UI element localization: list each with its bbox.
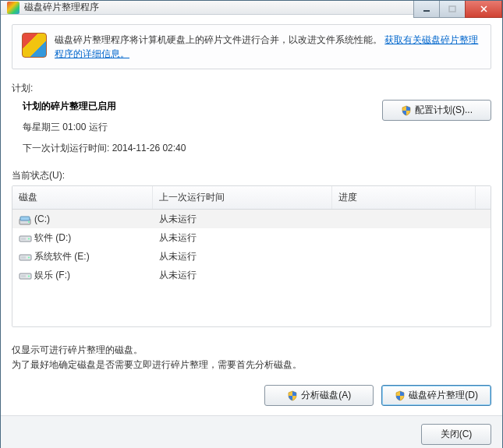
drive-icon — [19, 215, 31, 224]
table-row[interactable]: 娱乐 (F:)从未运行 — [12, 266, 491, 284]
header-disk[interactable]: 磁盘 — [12, 186, 153, 209]
info-text: 磁盘碎片整理程序将计算机硬盘上的碎片文件进行合并，以改进文件系统性能。 获取有关… — [55, 33, 481, 61]
svg-point-4 — [28, 221, 30, 223]
drive-icon — [19, 270, 31, 280]
svg-rect-13 — [21, 275, 26, 277]
svg-point-9 — [28, 257, 30, 259]
table-row[interactable]: 软件 (D:)从未运行 — [12, 228, 491, 247]
note-line1: 仅显示可进行碎片整理的磁盘。 — [12, 343, 491, 358]
header-last-run[interactable]: 上一次运行时间 — [153, 186, 332, 209]
notes: 仅显示可进行碎片整理的磁盘。 为了最好地确定磁盘是否需要立即进行碎片整理，需要首… — [12, 343, 491, 372]
close-window-button[interactable] — [465, 1, 502, 18]
progress — [332, 270, 491, 280]
info-box: 磁盘碎片整理程序将计算机硬盘上的碎片文件进行合并，以改进文件系统性能。 获取有关… — [12, 24, 491, 69]
maximize-button[interactable] — [439, 1, 466, 18]
disk-name: 系统软件 (E:) — [34, 251, 90, 262]
header-progress[interactable]: 进度 — [332, 186, 475, 209]
svg-rect-3 — [20, 217, 30, 220]
schedule-enabled: 计划的碎片整理已启用 — [23, 100, 373, 113]
table-body: (C:)从未运行软件 (D:)从未运行系统软件 (E:)从未运行娱乐 (F:)从… — [12, 210, 491, 326]
window-title: 磁盘碎片整理程序 — [24, 1, 99, 14]
disk-name: 软件 (D:) — [34, 232, 71, 243]
table-header: 磁盘 上一次运行时间 进度 — [12, 186, 491, 210]
close-button[interactable]: 关闭(C) — [421, 424, 491, 445]
defrag-button[interactable]: 磁盘碎片整理(D) — [381, 385, 491, 406]
titlebar: 磁盘碎片整理程序 — [1, 1, 502, 15]
close-button-label: 关闭(C) — [441, 428, 473, 441]
content-area: 磁盘碎片整理程序将计算机硬盘上的碎片文件进行合并，以改进文件系统性能。 获取有关… — [1, 15, 502, 448]
analyze-button[interactable]: 分析磁盘(A) — [264, 385, 374, 406]
table-row[interactable]: 系统软件 (E:)从未运行 — [12, 247, 491, 266]
schedule-area: 计划的碎片整理已启用 每星期三 01:00 运行 下一次计划运行时间: 2014… — [12, 100, 491, 163]
close-row: 关闭(C) — [1, 415, 502, 448]
analyze-button-label: 分析磁盘(A) — [301, 389, 351, 402]
info-description: 磁盘碎片整理程序将计算机硬盘上的碎片文件进行合并，以改进文件系统性能。 — [55, 34, 382, 45]
app-icon — [7, 2, 19, 14]
drive-icon — [19, 233, 31, 242]
app-window: 磁盘碎片整理程序 磁盘碎片整理程序将计算机硬盘上的碎片文件进行合并，以改进文件系… — [0, 0, 503, 448]
configure-button-label: 配置计划(S)... — [415, 104, 473, 117]
last-run: 从未运行 — [153, 264, 332, 287]
schedule-run: 每星期三 01:00 运行 — [23, 121, 373, 134]
shield-icon — [287, 390, 298, 401]
window-controls — [414, 1, 502, 18]
svg-rect-1 — [449, 6, 455, 12]
minimize-button[interactable] — [413, 1, 440, 18]
progress — [332, 233, 491, 242]
schedule-label: 计划: — [12, 82, 491, 95]
svg-point-12 — [28, 276, 30, 277]
disk-name: (C:) — [34, 213, 50, 224]
progress — [332, 252, 491, 261]
defrag-icon — [22, 33, 47, 58]
footer-buttons: 分析磁盘(A) 磁盘碎片整理(D) — [12, 385, 491, 406]
svg-rect-10 — [21, 256, 26, 259]
table-row[interactable]: (C:)从未运行 — [12, 210, 491, 228]
note-line2: 为了最好地确定磁盘是否需要立即进行碎片整理，需要首先分析磁盘。 — [12, 358, 491, 372]
configure-schedule-button[interactable]: 配置计划(S)... — [382, 100, 491, 121]
schedule-details: 计划的碎片整理已启用 每星期三 01:00 运行 下一次计划运行时间: 2014… — [12, 100, 373, 163]
header-spacer — [475, 186, 491, 209]
status-label: 当前状态(U): — [12, 169, 491, 182]
schedule-next: 下一次计划运行时间: 2014-11-26 02:40 — [23, 142, 373, 155]
drive-icon — [19, 252, 31, 261]
shield-icon — [401, 105, 412, 116]
progress — [332, 214, 491, 224]
svg-point-6 — [28, 238, 30, 240]
disk-table: 磁盘 上一次运行时间 进度 (C:)从未运行软件 (D:)从未运行系统软件 (E… — [12, 185, 491, 327]
disk-name: 娱乐 (F:) — [34, 270, 70, 280]
shield-icon — [395, 390, 406, 401]
defrag-button-label: 磁盘碎片整理(D) — [409, 389, 478, 402]
svg-rect-7 — [21, 238, 26, 240]
svg-rect-0 — [423, 10, 430, 12]
